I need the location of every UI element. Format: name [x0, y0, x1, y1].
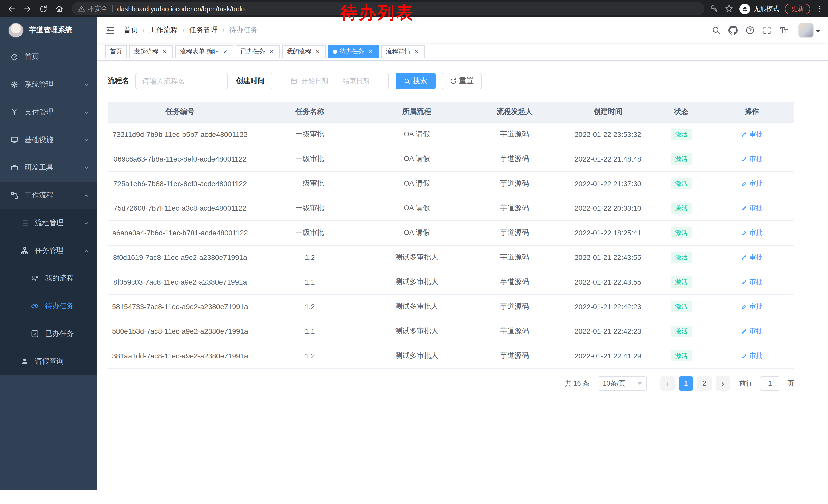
- breadcrumb-item-current: 待办任务: [229, 26, 258, 35]
- sidebar-item-my-processes[interactable]: 我的流程: [0, 265, 97, 292]
- monitor-icon: [10, 136, 18, 144]
- github-icon[interactable]: [729, 26, 738, 35]
- cell-status: 激活: [653, 221, 709, 245]
- goto-label: 前往: [739, 379, 753, 388]
- sidebar-item-process-mgmt[interactable]: 流程管理: [0, 209, 97, 237]
- page-size-select[interactable]: 10条/页: [598, 376, 647, 391]
- table-row: 580e1b3d-7ac8-11ec-a9e2-a2380e71991a 1.1…: [108, 319, 794, 343]
- cell-task-name: 1.2: [252, 245, 367, 270]
- close-icon[interactable]: [268, 48, 275, 55]
- help-icon[interactable]: [745, 26, 755, 35]
- table-row: 8f0d1619-7ac8-11ec-a9e2-a2380e71991a 1.2…: [108, 245, 794, 270]
- cell-initiator: 芋道源码: [466, 245, 563, 270]
- sidebar-item-label: 基础设施: [25, 135, 53, 145]
- forward-button[interactable]: [20, 2, 34, 16]
- breadcrumb-item[interactable]: 首页: [124, 26, 138, 35]
- sidebar-item-leave-query[interactable]: 请假查询: [0, 348, 97, 375]
- sidebar-item-devtools[interactable]: 研发工具: [0, 154, 97, 182]
- prev-page-button[interactable]: [660, 376, 675, 391]
- tab-form-edit[interactable]: 流程表单-编辑: [175, 45, 234, 58]
- cell-status: 激活: [653, 147, 709, 171]
- status-badge: 激活: [670, 153, 692, 165]
- tab-my-processes[interactable]: 我的流程: [282, 45, 326, 58]
- table-row: 73211d9d-7b9b-11ec-b5b7-acde48001122 一级审…: [108, 122, 794, 147]
- sidebar-item-task-mgmt[interactable]: 任务管理: [0, 237, 97, 265]
- page-button-1[interactable]: 1: [679, 376, 693, 391]
- page-button-2[interactable]: 2: [697, 376, 711, 391]
- cell-initiator: 芋道源码: [466, 196, 563, 221]
- sidebar-logo-row[interactable]: 芋道管理系统: [0, 17, 97, 43]
- cell-created: 2022-01-22 20:33:10: [563, 196, 653, 221]
- sidebar-item-system[interactable]: 系统管理: [0, 71, 97, 98]
- active-dot: [333, 49, 337, 54]
- date-range-picker[interactable]: 开始日期 - 结束日期: [271, 73, 389, 89]
- reload-button[interactable]: [36, 2, 50, 16]
- font-size-icon[interactable]: [779, 26, 788, 35]
- table-row: 8f059c03-7ac8-11ec-a9e2-a2380e71991a 1.1…: [108, 270, 794, 294]
- cell-initiator: 芋道源码: [466, 343, 563, 368]
- cell-process: 测试多审批人: [367, 343, 466, 368]
- tab-home[interactable]: 首页: [105, 45, 127, 58]
- cell-actions: 审批: [709, 319, 794, 343]
- approve-link[interactable]: 审批: [741, 179, 762, 188]
- close-icon[interactable]: [222, 48, 229, 55]
- sidebar-item-infra[interactable]: 基础设施: [0, 126, 97, 154]
- caret-down-icon: [816, 30, 820, 34]
- sidebar-item-done-tasks[interactable]: 已办任务: [0, 320, 97, 348]
- tab-start-process[interactable]: 发起流程: [129, 45, 173, 58]
- next-page-button[interactable]: [716, 376, 730, 391]
- sidebar-item-payment[interactable]: 支付管理: [0, 98, 97, 126]
- incognito-icon: [739, 3, 750, 14]
- search-button[interactable]: 搜索: [396, 73, 436, 89]
- approve-link[interactable]: 审批: [741, 203, 762, 213]
- cell-initiator: 芋道源码: [466, 319, 563, 343]
- col-status: 状态: [653, 101, 709, 122]
- fullscreen-icon[interactable]: [762, 26, 772, 35]
- sidebar-item-workflow[interactable]: 工作流程: [0, 182, 97, 209]
- update-button[interactable]: 更新: [785, 3, 810, 14]
- reset-button[interactable]: 重置: [442, 73, 482, 89]
- browser-menu-icon[interactable]: [816, 5, 824, 13]
- close-icon[interactable]: [161, 48, 168, 55]
- chevron-down-icon: [84, 109, 89, 115]
- bookmark-star-icon[interactable]: [724, 4, 734, 13]
- sidebar-collapse-icon[interactable]: [105, 25, 115, 35]
- close-icon[interactable]: [413, 48, 420, 55]
- approve-link[interactable]: 审批: [741, 154, 762, 164]
- tab-process-detail[interactable]: 流程详情: [381, 45, 425, 58]
- tab-todo-tasks[interactable]: 待办任务: [328, 45, 379, 58]
- tags-bar: 首页 发起流程 流程表单-编辑 已办任务 我的流程 待办任务 流程详情: [97, 43, 828, 60]
- approve-link[interactable]: 审批: [741, 130, 762, 139]
- dashboard-icon: [10, 53, 18, 61]
- goto-page-input[interactable]: [760, 376, 780, 391]
- tab-done-tasks[interactable]: 已办任务: [236, 45, 280, 58]
- table-header-row: 任务编号 任务名称 所属流程 流程发起人 创建时间 状态 操作: [108, 101, 794, 122]
- back-button[interactable]: [4, 2, 18, 16]
- user-menu[interactable]: [798, 22, 820, 38]
- approve-link[interactable]: 审批: [741, 253, 762, 262]
- approve-link[interactable]: 审批: [741, 277, 762, 287]
- sidebar-item-todo-tasks[interactable]: 待办任务: [0, 292, 97, 320]
- breadcrumb-item[interactable]: 任务管理: [189, 26, 218, 35]
- approve-link[interactable]: 审批: [741, 228, 762, 237]
- home-button[interactable]: [52, 2, 66, 16]
- breadcrumb-item[interactable]: 工作流程: [149, 26, 178, 35]
- create-time-label: 创建时间: [236, 77, 265, 86]
- approve-link[interactable]: 审批: [741, 302, 762, 311]
- password-key-icon[interactable]: [709, 4, 719, 13]
- chevron-down-icon: [84, 165, 89, 171]
- approve-link[interactable]: 审批: [741, 351, 762, 360]
- cell-status: 激活: [653, 196, 709, 221]
- close-icon[interactable]: [314, 48, 321, 55]
- sidebar-item-home[interactable]: 首页: [0, 43, 97, 71]
- gear-icon: [10, 81, 18, 89]
- breadcrumb: 首页 / 工作流程 / 任务管理 / 待办任务: [124, 26, 258, 35]
- status-badge: 激活: [670, 301, 692, 313]
- search-icon[interactable]: [711, 26, 721, 35]
- close-icon[interactable]: [367, 48, 374, 55]
- cell-process: 测试多审批人: [367, 270, 466, 294]
- process-name-input[interactable]: [142, 77, 221, 85]
- cell-task-name: 1.1: [252, 319, 367, 343]
- process-name-label: 流程名: [108, 77, 129, 86]
- approve-link[interactable]: 审批: [741, 327, 762, 336]
